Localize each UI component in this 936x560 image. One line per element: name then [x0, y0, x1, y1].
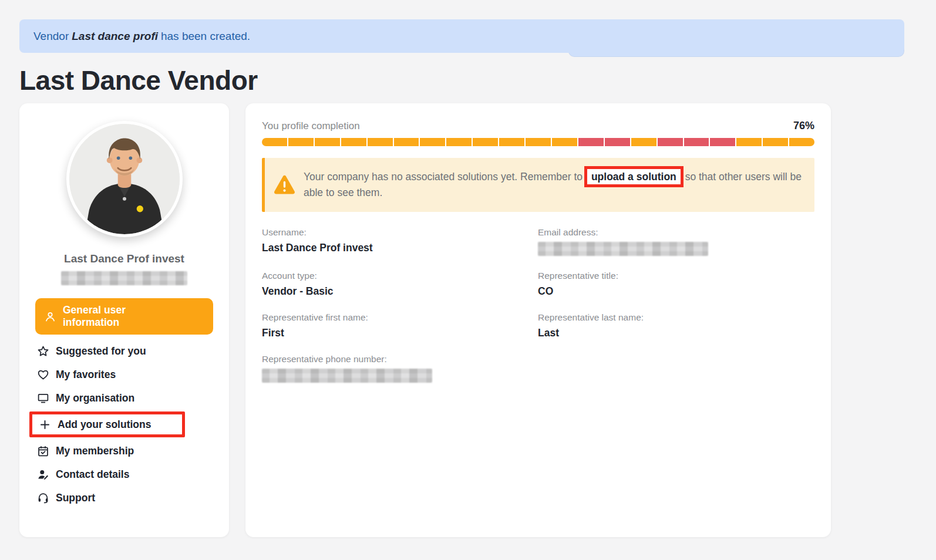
main-card: You profile completion 76% Your company …	[245, 103, 831, 537]
banner-vendor-name: Last dance profi	[69, 30, 161, 43]
warning-text-before: Your company has no associated solutions…	[304, 171, 583, 183]
sidebar-item-my-favorites[interactable]: My favorites	[35, 363, 213, 386]
warning-text: Your company has no associated solutions…	[304, 169, 804, 201]
sidebar-user-name: Last Dance Prof invest	[19, 252, 229, 265]
field-value: Vendor - Basic	[262, 285, 538, 298]
progress-segment-orange	[473, 138, 498, 146]
progress-segment-red	[605, 138, 630, 146]
field-value: First	[262, 327, 538, 339]
sidebar-item-label: Suggested for you	[56, 345, 146, 357]
page-title: Last Dance Vendor	[19, 65, 258, 96]
plus-icon	[38, 418, 51, 431]
upload-a-solution-link[interactable]: upload a solution	[584, 166, 684, 187]
field-label: Representative title:	[538, 271, 814, 281]
sidebar-item-label: My favorites	[56, 369, 116, 381]
sidebar-item-label: Contact details	[56, 468, 129, 481]
profile-completion-label: You profile completion	[262, 120, 360, 132]
progress-segment-orange	[420, 138, 445, 146]
field-label: Email address:	[538, 227, 814, 238]
profile-field: Representative last name:Last	[538, 312, 814, 339]
avatar	[66, 121, 183, 237]
sidebar-item-label: My organisation	[56, 392, 134, 404]
sidebar-card: Last Dance Prof invest General user info…	[19, 103, 229, 537]
banner-text-prefix: Vendor	[33, 30, 69, 43]
field-label: Representative phone number:	[262, 354, 538, 365]
profile-completion-row: You profile completion 76%	[262, 120, 814, 132]
progress-segment-orange	[394, 138, 419, 146]
progress-segment-red	[710, 138, 735, 146]
profile-field: Username:Last Dance Prof invest	[262, 227, 538, 256]
profile-fields: Username:Last Dance Prof investEmail add…	[262, 227, 814, 383]
progress-segment-orange	[789, 138, 814, 146]
sidebar-item-label: Support	[56, 492, 95, 504]
progress-segment-orange	[526, 138, 551, 146]
sidebar-item-my-organisation[interactable]: My organisation	[35, 386, 213, 410]
heart-icon	[36, 368, 49, 381]
field-value: Last Dance Prof invest	[262, 242, 538, 254]
sidebar-item-label: Add your solutions	[58, 419, 151, 431]
profile-completion-progressbar	[262, 138, 814, 146]
sidebar-item-my-membership[interactable]: My membership	[35, 439, 213, 463]
profile-field: Account type:Vendor - Basic	[262, 271, 538, 298]
progress-segment-red	[684, 138, 709, 146]
progress-segment-orange	[736, 138, 762, 146]
sidebar-item-label: General user information	[63, 304, 180, 329]
field-label: Username:	[262, 227, 538, 238]
field-value: CO	[538, 285, 814, 298]
notification-banner: Vendor Last dance profi has been created…	[19, 19, 904, 53]
no-solutions-warning: Your company has no associated solutions…	[262, 158, 814, 212]
field-value-redacted	[538, 242, 708, 256]
headset-icon	[36, 491, 49, 504]
profile-completion-value: 76%	[793, 120, 814, 132]
user-icon	[43, 310, 56, 323]
field-value-redacted	[262, 369, 432, 383]
field-label: Account type:	[262, 271, 538, 281]
progress-segment-orange	[552, 138, 577, 146]
sidebar-item-label: My membership	[56, 445, 134, 457]
star-icon	[36, 345, 49, 357]
monitor-icon	[36, 392, 49, 404]
progress-segment-orange	[341, 138, 366, 146]
warning-triangle-icon	[265, 175, 304, 195]
progress-segment-red	[578, 138, 604, 146]
sidebar-item-contact-details[interactable]: Contact details	[35, 463, 213, 486]
progress-segment-orange	[368, 138, 393, 146]
progress-segment-orange	[499, 138, 524, 146]
progress-segment-orange	[631, 138, 656, 146]
field-label: Representative last name:	[538, 312, 814, 323]
sidebar-item-suggested-for-you[interactable]: Suggested for you	[35, 339, 213, 363]
sidebar-item-support[interactable]: Support	[35, 486, 213, 510]
progress-segment-red	[658, 138, 683, 146]
calendar-icon	[36, 444, 49, 457]
sidebar-redacted-email	[61, 271, 187, 285]
contact-edit-icon	[36, 468, 49, 481]
profile-field: Representative title:CO	[538, 271, 814, 298]
field-label: Representative first name:	[262, 312, 538, 323]
profile-field: Email address:	[538, 227, 814, 256]
field-value: Last	[538, 327, 814, 339]
profile-field: Representative phone number:	[262, 354, 538, 383]
progress-segment-orange	[288, 138, 314, 146]
avatar-illustration	[69, 124, 180, 234]
sidebar-item-add-your-solutions[interactable]: Add your solutions	[29, 411, 185, 437]
profile-field: Representative first name:First	[262, 312, 538, 339]
progress-segment-orange	[446, 138, 472, 146]
sidebar-menu: General user informationSuggested for yo…	[35, 298, 213, 510]
progress-segment-orange	[763, 138, 788, 146]
progress-segment-orange	[262, 138, 287, 146]
sidebar-item-general-user-information[interactable]: General user information	[35, 298, 213, 335]
banner-text-suffix: has been created.	[161, 30, 250, 43]
progress-segment-orange	[315, 138, 340, 146]
